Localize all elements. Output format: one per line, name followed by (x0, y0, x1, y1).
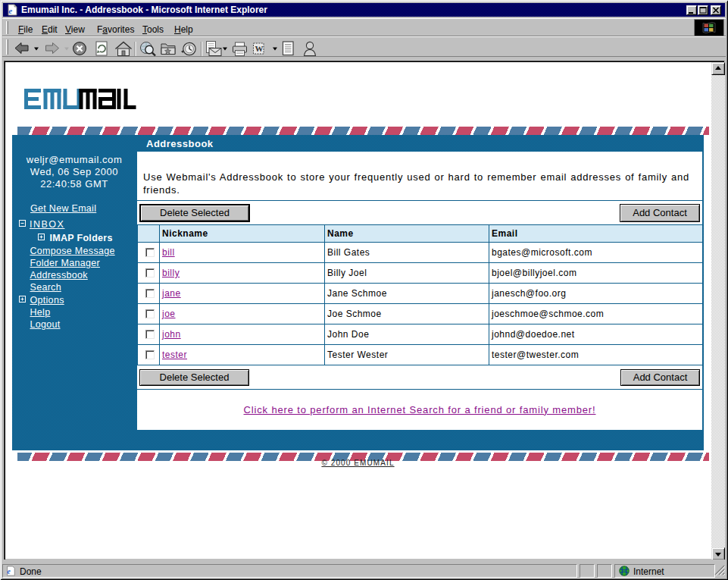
svg-text:e: e (8, 6, 12, 15)
svg-text:W: W (255, 44, 264, 53)
svg-text:e: e (7, 567, 11, 575)
